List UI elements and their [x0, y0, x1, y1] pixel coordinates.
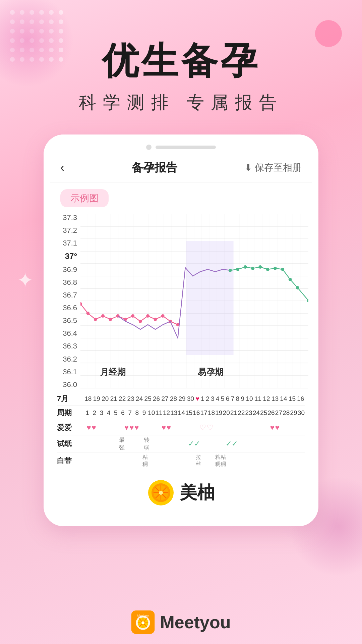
date-15: 15 — [289, 395, 296, 402]
svg-point-33 — [244, 265, 247, 269]
cycle-15: 15 — [185, 409, 192, 417]
test-strongest: 最强 — [119, 436, 125, 451]
date-8: 8 — [236, 395, 240, 402]
svg-point-25 — [139, 320, 142, 323]
y-label-361: 36.1 — [54, 368, 77, 376]
date-18: 18 — [84, 395, 92, 402]
svg-point-38 — [281, 268, 284, 271]
svg-point-34 — [251, 267, 254, 270]
report-header: ‹ 备孕报告 ⬇ 保存至相册 — [50, 153, 312, 182]
svg-point-35 — [258, 265, 262, 269]
example-badge-section: 示例图 — [50, 182, 312, 211]
svg-point-26 — [146, 314, 149, 318]
cycle-7: 7 — [127, 409, 133, 417]
hearts-row: ♥♥ ♥♥♥ ♥♥ — [84, 420, 305, 435]
main-title: 优生备孕 — [79, 40, 283, 81]
cycle-29: 29 — [290, 409, 297, 417]
chart-area: 月经期 易孕期 — [80, 214, 308, 388]
back-button[interactable]: ‹ — [60, 161, 64, 175]
svg-point-40 — [296, 286, 299, 289]
heart-group-2: ♥♥♥ — [124, 423, 139, 432]
date-24: 24 — [136, 395, 143, 402]
cycle-values: 1 2 3 4 5 6 7 8 9 10 11 — [84, 408, 305, 418]
cycle-2: 2 — [91, 409, 98, 417]
date-2: 2 — [206, 395, 209, 402]
meiyou-logo-icon — [147, 479, 174, 506]
y-label-368: 36.8 — [54, 279, 77, 286]
blob-decoration-topleft — [0, 0, 74, 87]
data-table: 7月 18 19 20 21 22 23 24 25 26 27 — [54, 392, 308, 469]
svg-point-21 — [109, 318, 112, 321]
y-label-365: 36.5 — [54, 317, 77, 324]
y-label-372: 37.2 — [54, 227, 77, 234]
sub-title: 科学测排 专属报告 — [79, 91, 283, 114]
report-title: 备孕报告 — [132, 160, 177, 175]
cycle-label: 周期 — [57, 406, 84, 420]
phone-notch-bar — [156, 146, 216, 149]
y-label-362: 36.2 — [54, 356, 77, 363]
sparkle-decoration: ✦ — [17, 268, 34, 292]
date-1: 1 — [201, 395, 204, 402]
y-label-363: 36.3 — [54, 342, 77, 350]
phone-topbar — [50, 145, 312, 150]
svg-point-19 — [94, 318, 97, 321]
phone-mockup: ‹ 备孕报告 ⬇ 保存至相册 示例图 37.3 37.2 37.1 37° 36… — [44, 135, 318, 526]
date-12: 12 — [263, 395, 270, 402]
cycle-21: 21 — [230, 409, 237, 417]
svg-text:易孕期: 易孕期 — [198, 367, 224, 377]
date-27: 27 — [162, 395, 169, 402]
y-label-373: 37.3 — [54, 214, 77, 221]
y-label-367: 36.7 — [54, 291, 77, 299]
svg-point-39 — [289, 278, 292, 281]
date-25: 25 — [144, 395, 152, 402]
cycle-11: 11 — [156, 409, 163, 417]
svg-point-28 — [161, 314, 165, 318]
discharge-row: 白带 — [57, 452, 305, 469]
cycle-3: 3 — [98, 409, 105, 417]
cycle-27: 27 — [275, 409, 282, 417]
svg-point-51 — [159, 491, 163, 495]
cycle-6: 6 — [120, 409, 126, 417]
cycle-25: 25 — [260, 409, 267, 417]
cycle-19: 19 — [215, 409, 222, 417]
date-19: 19 — [93, 395, 100, 402]
svg-point-18 — [86, 312, 89, 315]
date-9: 9 — [241, 395, 244, 402]
svg-point-24 — [131, 314, 135, 318]
date-26: 26 — [153, 395, 160, 402]
date-5: 5 — [221, 395, 225, 402]
discharge-items: 粘稠 拉丝 粘粘稠稠 — [84, 452, 305, 469]
cycle-12: 12 — [163, 409, 170, 417]
test-items: 最强 转弱 ✓✓ — [84, 435, 305, 452]
date-13: 13 — [272, 395, 279, 402]
date-16: 16 — [297, 395, 304, 402]
love-row: 爱爱 ♥♥ ♥♥♥ — [57, 420, 305, 435]
cycle-13: 13 — [170, 409, 177, 417]
cycle-5: 5 — [112, 409, 119, 417]
cycle-14: 14 — [178, 409, 185, 417]
bottom-logo: 美柚 — [54, 469, 308, 520]
date-30: 30 — [187, 395, 194, 402]
y-axis: 37.3 37.2 37.1 37° 36.9 36.8 36.7 36.6 3… — [54, 214, 80, 388]
cycle-20: 20 — [223, 409, 230, 417]
svg-point-36 — [266, 268, 269, 271]
save-button[interactable]: ⬇ 保存至相册 — [244, 161, 302, 174]
cycle-28: 28 — [283, 409, 290, 417]
phone-notch-dot — [146, 145, 152, 150]
date-4: 4 — [216, 395, 220, 402]
heart-group-3: ♥♥ — [162, 423, 171, 432]
heart-group-5: ♥♥ — [270, 423, 280, 432]
cycle-10: 10 — [148, 409, 155, 417]
svg-point-59 — [141, 621, 144, 624]
temperature-chart: 37.3 37.2 37.1 37° 36.9 36.8 36.7 36.6 3… — [50, 211, 312, 520]
svg-point-37 — [274, 267, 277, 270]
date-11: 11 — [254, 395, 261, 402]
chart-svg: 月经期 易孕期 — [80, 214, 308, 388]
month-dates: 18 19 20 21 22 23 24 25 26 27 28 29 — [84, 395, 305, 402]
cycle-23: 23 — [245, 409, 252, 417]
y-label-371: 37.1 — [54, 239, 77, 247]
love-content: ♥♥ ♥♥♥ ♥♥ — [84, 420, 305, 435]
heart-group-4: ♡♡ — [199, 423, 214, 432]
y-label-360: 36.0 — [54, 381, 77, 388]
date-22: 22 — [119, 395, 126, 402]
